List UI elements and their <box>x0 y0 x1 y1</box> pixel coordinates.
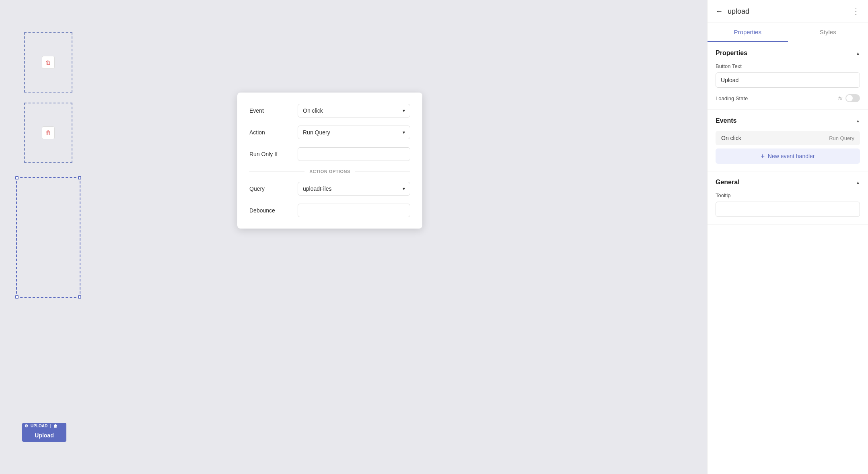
loading-state-field: Loading State fx <box>716 94 860 102</box>
button-text-input[interactable] <box>716 72 860 88</box>
event-item-name: On click <box>721 135 741 141</box>
corner-handle-tl[interactable] <box>15 176 19 179</box>
properties-section: Properties ▲ Button Text Loading State f… <box>708 42 868 110</box>
event-select-value: On click <box>303 107 323 114</box>
new-event-button[interactable]: + New event handler <box>716 148 860 164</box>
corner-handle-br[interactable] <box>78 295 81 299</box>
event-label: Event <box>249 107 298 114</box>
tooltip-input[interactable] <box>716 202 860 217</box>
canvas-area: 🗑 🗑 ⚙ UPLOAD | 🗑 Upload Event On click <box>0 0 707 474</box>
upload-canvas-button[interactable]: Upload <box>22 429 66 442</box>
upload-widget-toolbar: ⚙ UPLOAD | 🗑 <box>22 423 66 429</box>
selection-box-1: 🗑 <box>24 32 72 93</box>
events-section-title: Events <box>716 117 736 124</box>
corner-handle-bl[interactable] <box>15 295 19 299</box>
query-row: Query uploadFiles ▾ <box>249 182 410 196</box>
panel-header: ← upload ⋮ <box>708 0 868 23</box>
action-options-divider: ACTION OPTIONS <box>249 169 410 174</box>
trash-button-1[interactable]: 🗑 <box>42 56 55 69</box>
tooltip-field: Tooltip <box>716 192 860 217</box>
loading-state-controls: fx <box>838 94 860 102</box>
toolbar-divider: | <box>50 424 51 428</box>
action-select[interactable]: Run Query ▾ <box>298 126 410 139</box>
debounce-input[interactable] <box>298 204 410 217</box>
trash-icon-1: 🗑 <box>45 59 51 66</box>
query-select[interactable]: uploadFiles ▾ <box>298 182 410 196</box>
action-row: Action Run Query ▾ <box>249 126 410 139</box>
button-text-field: Button Text <box>716 63 860 88</box>
loading-state-toggle[interactable] <box>845 94 860 102</box>
tab-properties[interactable]: Properties <box>708 23 788 42</box>
panel-title: upload <box>728 7 847 16</box>
event-chevron-icon: ▾ <box>403 108 405 113</box>
fx-badge: fx <box>838 95 842 101</box>
selection-box-2: 🗑 <box>24 103 72 163</box>
trash-button-2[interactable]: 🗑 <box>42 126 55 139</box>
general-toggle-icon[interactable]: ▲ <box>856 180 860 185</box>
selection-box-3 <box>16 177 80 298</box>
loading-state-row: Loading State fx <box>716 94 860 102</box>
event-item-action: Run Query <box>829 135 854 141</box>
events-section: Events ▲ On click Run Query + New event … <box>708 110 868 171</box>
corner-handle-tr[interactable] <box>78 176 81 179</box>
run-only-if-label: Run Only If <box>249 151 298 157</box>
events-section-header: Events ▲ <box>716 117 860 124</box>
debounce-label: Debounce <box>249 207 298 214</box>
panel-tabs: Properties Styles <box>708 23 868 42</box>
debounce-row: Debounce <box>249 204 410 217</box>
right-panel: ← upload ⋮ Properties Styles Properties … <box>707 0 868 474</box>
divider-line-right <box>355 171 410 172</box>
back-button[interactable]: ← <box>716 8 723 15</box>
upload-widget: ⚙ UPLOAD | 🗑 Upload <box>22 423 66 442</box>
event-select[interactable]: On click ▾ <box>298 104 410 117</box>
divider-line-left <box>249 171 304 172</box>
run-only-if-input[interactable] <box>298 147 410 161</box>
tooltip-label: Tooltip <box>716 192 860 198</box>
action-options-label: ACTION OPTIONS <box>309 169 350 174</box>
new-event-label: New event handler <box>768 153 815 159</box>
more-button[interactable]: ⋮ <box>852 6 860 16</box>
button-text-label: Button Text <box>716 63 860 69</box>
properties-section-title: Properties <box>716 49 747 57</box>
properties-section-header: Properties ▲ <box>716 49 860 57</box>
general-section-header: General ▲ <box>716 179 860 186</box>
more-icon: ⋮ <box>852 7 860 16</box>
query-label: Query <box>249 185 298 192</box>
loading-state-label: Loading State <box>716 95 748 101</box>
general-section-title: General <box>716 179 740 186</box>
trash-icon-2: 🗑 <box>45 130 51 136</box>
event-item-onclick[interactable]: On click Run Query <box>716 131 860 145</box>
general-section: General ▲ Tooltip <box>708 171 868 225</box>
events-toggle-icon[interactable]: ▲ <box>856 119 860 123</box>
tab-styles[interactable]: Styles <box>788 23 868 42</box>
toolbar-trash-icon: 🗑 <box>53 424 58 428</box>
upload-widget-label: UPLOAD <box>31 424 47 428</box>
properties-toggle-icon[interactable]: ▲ <box>856 51 860 56</box>
action-select-value: Run Query <box>303 129 330 136</box>
run-only-if-row: Run Only If <box>249 147 410 161</box>
query-chevron-icon: ▾ <box>403 186 405 192</box>
plus-icon: + <box>761 153 764 160</box>
query-select-value: uploadFiles <box>303 185 332 192</box>
action-label: Action <box>249 129 298 136</box>
gear-icon: ⚙ <box>25 424 28 428</box>
back-arrow-icon: ← <box>716 7 723 15</box>
event-row: Event On click ▾ <box>249 104 410 117</box>
event-popup: Event On click ▾ Action Run Query ▾ Run … <box>237 93 422 229</box>
action-chevron-icon: ▾ <box>403 130 405 135</box>
